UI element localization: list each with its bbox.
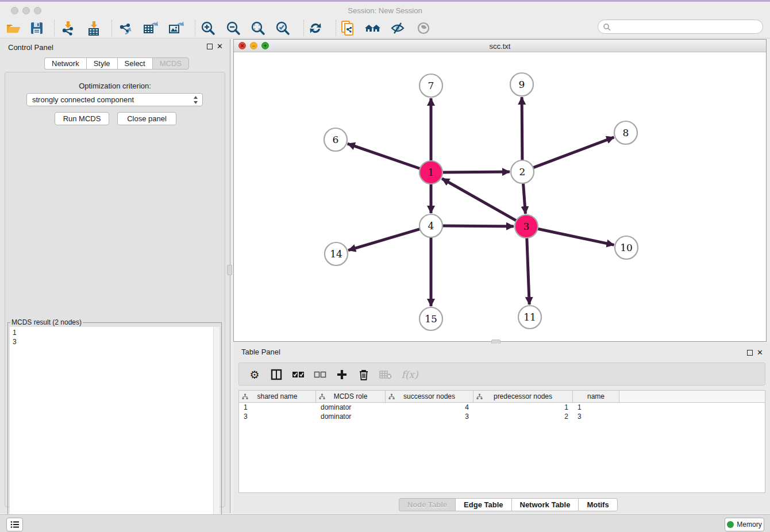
run-mcds-button[interactable]: Run MCDS — [55, 112, 109, 125]
graph-node-label-4: 4 — [428, 220, 434, 232]
homes-icon — [364, 20, 382, 36]
column-header-predecessor-nodes[interactable]: predecessor nodes — [473, 391, 573, 402]
delete-column-button[interactable] — [355, 366, 372, 383]
tab-edge-table[interactable]: Edge Table — [455, 498, 511, 511]
vertical-splitter-handle[interactable] — [227, 265, 232, 275]
float-icon[interactable] — [747, 350, 753, 356]
search-input[interactable] — [611, 23, 754, 31]
network-view-window: ✕ − + scc.txt 7968124314101511 — [233, 39, 767, 342]
cell-name[interactable]: 1 — [573, 403, 619, 412]
zoom-in-icon — [200, 20, 216, 36]
export-network-icon — [117, 20, 133, 36]
graph-edge-3-11[interactable] — [527, 238, 529, 304]
export-image-icon — [168, 20, 184, 36]
close-panel-button[interactable]: Close panel — [117, 112, 176, 125]
memory-status-icon — [727, 521, 734, 528]
network-graph: 7968124314101511 — [234, 52, 766, 341]
trash-icon — [359, 369, 369, 380]
cell-shared-name[interactable]: 3 — [239, 412, 316, 421]
graph-edge-2-9[interactable] — [522, 97, 522, 160]
tab-node-table[interactable]: Node Table — [399, 498, 455, 511]
task-history-button[interactable] — [6, 518, 23, 531]
graph-node-label-14: 14 — [330, 248, 342, 260]
tab-style[interactable]: Style — [86, 57, 117, 70]
cell-mcds-role[interactable]: dominator — [316, 412, 386, 421]
function-builder-button[interactable]: f(x) — [399, 366, 421, 383]
cell-predecessor-nodes[interactable]: 2 — [473, 412, 573, 421]
open-file-button[interactable] — [3, 18, 23, 38]
table-row[interactable]: 3 dominator 3 2 3 — [239, 412, 765, 421]
table-row[interactable]: 1 dominator 4 1 1 — [239, 403, 765, 412]
table-panel-title: Table Panel — [241, 348, 280, 356]
graph-edge-2-3[interactable] — [523, 183, 526, 214]
add-column-button[interactable] — [333, 366, 351, 383]
graph-node-label-11: 11 — [523, 311, 536, 323]
import-network-button[interactable] — [58, 18, 78, 38]
search-field[interactable] — [598, 20, 763, 34]
import-table-button[interactable] — [84, 18, 103, 38]
delete-table-button[interactable] — [377, 366, 394, 383]
graph-edge-2-8[interactable] — [533, 137, 614, 168]
column-header-shared-name[interactable]: shared name — [239, 391, 316, 402]
graph-edge-4-3[interactable] — [442, 226, 514, 226]
result-scrollbar[interactable] — [213, 327, 220, 532]
export-network-button[interactable] — [116, 18, 135, 38]
first-neighbors-button[interactable] — [363, 18, 383, 38]
graph-edge-3-1[interactable] — [442, 179, 517, 221]
cell-mcds-role[interactable]: dominator — [316, 403, 386, 412]
mcds-result-text[interactable]: 1 3 — [10, 327, 213, 532]
toolbar-separator — [54, 20, 55, 36]
zoom-in-button[interactable] — [198, 18, 218, 38]
tab-network[interactable]: Network — [44, 57, 86, 70]
apply-layout-button[interactable] — [306, 18, 325, 38]
mcds-result-title: MCDS result (2 nodes) — [10, 318, 83, 326]
shared-column-icon — [319, 394, 325, 400]
show-columns-button[interactable] — [268, 366, 285, 383]
memory-button[interactable]: Memory — [725, 518, 764, 531]
graph-node-label-7: 7 — [428, 80, 434, 91]
criterion-dropdown[interactable]: strongly connected component — [26, 93, 203, 106]
zoom-out-button[interactable] — [224, 18, 243, 38]
shared-column-icon — [242, 394, 248, 400]
graph-edge-3-10[interactable] — [538, 229, 614, 245]
network-canvas[interactable]: 7968124314101511 — [234, 52, 766, 341]
cell-name[interactable]: 3 — [573, 412, 619, 421]
export-table-button[interactable] — [141, 18, 160, 38]
cell-successor-nodes[interactable]: 3 — [386, 412, 473, 421]
zoom-selected-button[interactable] — [273, 18, 292, 38]
graph-edge-1-6[interactable] — [348, 144, 420, 168]
cell-predecessor-nodes[interactable]: 1 — [473, 403, 573, 412]
graph-node-label-8: 8 — [623, 127, 629, 138]
close-icon[interactable]: ✕ — [217, 42, 223, 51]
save-session-button[interactable] — [27, 18, 47, 38]
network-window-titlebar[interactable]: ✕ − + scc.txt — [234, 40, 766, 52]
tab-network-table[interactable]: Network Table — [511, 498, 579, 511]
float-icon[interactable] — [207, 44, 213, 49]
column-header-mcds-role[interactable]: MCDS role — [316, 391, 386, 402]
column-header-successor-nodes[interactable]: successor nodes — [386, 391, 473, 402]
duplicate-network-button[interactable] — [338, 18, 357, 38]
column-header-name[interactable]: name — [573, 391, 619, 402]
tab-mcds[interactable]: MCDS — [152, 57, 189, 70]
graph-node-label-2: 2 — [519, 166, 526, 178]
hide-selected-button[interactable] — [388, 18, 407, 38]
deselect-all-button[interactable] — [311, 366, 329, 383]
show-all-button[interactable] — [414, 18, 433, 38]
graph-edge-1-2[interactable] — [442, 172, 510, 172]
cell-shared-name[interactable]: 1 — [239, 403, 316, 412]
close-icon[interactable]: ✕ — [757, 348, 763, 357]
tab-select[interactable]: Select — [117, 57, 152, 70]
graph-edge-4-14[interactable] — [348, 229, 420, 250]
tab-motifs[interactable]: Motifs — [578, 498, 617, 511]
node-table: shared name MCDS role successor nodes pr… — [238, 390, 765, 493]
status-bar: Memory — [0, 514, 770, 532]
columns-icon — [271, 369, 282, 380]
export-image-button[interactable] — [166, 18, 186, 38]
cell-successor-nodes[interactable]: 4 — [386, 403, 473, 412]
graph-node-label-1: 1 — [428, 167, 434, 178]
control-panel: Control Panel ✕ Network Style Select MCD… — [0, 39, 230, 513]
select-all-button[interactable] — [290, 366, 307, 383]
table-settings-button[interactable]: ⚙ — [246, 366, 263, 383]
memory-label: Memory — [737, 521, 761, 529]
zoom-fit-button[interactable] — [248, 18, 268, 38]
